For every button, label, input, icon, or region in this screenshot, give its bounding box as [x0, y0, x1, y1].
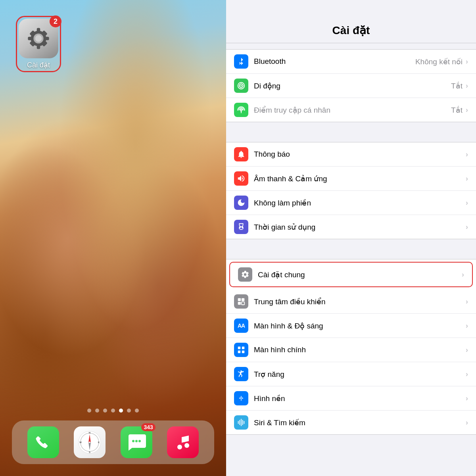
svg-rect-5 — [44, 37, 49, 40]
general-icon — [238, 267, 252, 282]
svg-rect-34 — [238, 347, 240, 349]
svg-rect-29 — [241, 112, 242, 113]
sound-chevron: › — [466, 175, 468, 183]
svg-rect-35 — [242, 347, 244, 349]
homescreen-row[interactable]: Màn hình chính › — [226, 338, 476, 362]
page-indicator — [0, 409, 226, 413]
general-label: Cài đặt chung — [258, 270, 462, 279]
notifications-group: Thông báo › Âm thanh & Cảm ứng › — [226, 142, 476, 239]
accessibility-row[interactable]: Trợ năng › — [226, 362, 476, 386]
wallpaper-label: Hình nền — [254, 394, 466, 403]
settings-gear-icon — [25, 25, 52, 52]
page-dot-4 — [111, 409, 115, 413]
messages-icon — [127, 432, 146, 452]
app-badge: 2 — [50, 15, 61, 27]
settings-panel: Cài đặt Bluetooth Không kết nối › — [226, 0, 476, 476]
screentime-row[interactable]: Thời gian sử dụng › — [226, 215, 476, 239]
bluetooth-label: Bluetooth — [254, 57, 415, 66]
svg-text:S: S — [89, 451, 90, 453]
settings-app-icon-container[interactable]: 2 Cài đặt — [16, 16, 61, 72]
svg-text:N: N — [89, 432, 90, 434]
notifications-icon — [234, 147, 248, 161]
screentime-icon — [234, 220, 248, 234]
svg-point-22 — [138, 440, 141, 442]
settings-title: Cài đặt — [234, 24, 468, 37]
sound-label: Âm thanh & Cảm ứng — [254, 174, 466, 183]
wallpaper-row[interactable]: Hình nền › — [226, 386, 476, 411]
page-dot-1 — [87, 409, 91, 413]
page-dot-6 — [127, 409, 131, 413]
donotdisturb-row[interactable]: Không làm phiền › — [226, 191, 476, 215]
svg-rect-42 — [238, 421, 239, 424]
wallpaper-icon — [234, 391, 248, 405]
bluetooth-chevron: › — [466, 58, 468, 66]
mobile-icon — [234, 79, 248, 93]
notifications-label: Thông báo — [254, 150, 466, 159]
svg-point-27 — [240, 85, 242, 86]
svg-point-21 — [135, 440, 138, 442]
siri-row[interactable]: Siri & Tìm kiếm › — [226, 411, 476, 434]
safari-icon: N S W E — [78, 430, 102, 454]
donotdisturb-label: Không làm phiền — [254, 198, 466, 207]
settings-list: Bluetooth Không kết nối › Di động Tắt › — [226, 43, 476, 476]
siri-label: Siri & Tìm kiếm — [254, 418, 466, 427]
controlcenter-icon — [234, 294, 248, 309]
controlcenter-row[interactable]: Trung tâm điều khiển › — [226, 290, 476, 314]
svg-point-24 — [184, 443, 189, 448]
svg-rect-32 — [238, 302, 241, 305]
bluetooth-icon — [234, 54, 248, 69]
separator-1 — [226, 122, 476, 136]
controlcenter-label: Trung tâm điều khiển — [254, 297, 466, 306]
music-icon — [174, 433, 192, 451]
screentime-label: Thời gian sử dụng — [254, 223, 466, 232]
mobile-value: Tắt — [451, 81, 463, 90]
sound-row[interactable]: Âm thanh & Cảm ứng › — [226, 167, 476, 191]
accessibility-chevron: › — [466, 370, 468, 378]
dock-safari-icon[interactable]: N S W E — [74, 426, 106, 458]
homescreen-label: Màn hình chính — [254, 345, 466, 354]
dock: N S W E 343 — [12, 420, 214, 464]
svg-point-10 — [35, 35, 42, 42]
display-label: Màn hình & Độ sáng — [254, 321, 466, 330]
connectivity-group: Bluetooth Không kết nối › Di động Tắt › — [226, 49, 476, 122]
hotspot-chevron: › — [466, 106, 468, 114]
hotspot-row[interactable]: Điểm truy cập cá nhân Tắt › — [226, 98, 476, 122]
svg-rect-43 — [244, 421, 244, 424]
accessibility-icon — [234, 367, 248, 381]
homescreen-chevron: › — [466, 346, 468, 354]
dock-messages-icon[interactable]: 343 — [121, 426, 152, 458]
page-dot-3 — [103, 409, 107, 413]
svg-point-28 — [240, 110, 242, 112]
svg-rect-39 — [241, 419, 242, 426]
phone-icon — [34, 433, 52, 451]
page-dot-5 — [119, 409, 123, 413]
svg-rect-41 — [242, 420, 243, 425]
hotspot-label: Điểm truy cập cá nhân — [254, 106, 451, 115]
general-row[interactable]: Cài đặt chung › — [229, 262, 473, 287]
bluetooth-row[interactable]: Bluetooth Không kết nối › — [226, 50, 476, 74]
svg-rect-37 — [242, 351, 244, 353]
hotspot-icon — [234, 103, 248, 117]
mobile-row[interactable]: Di động Tắt › — [226, 74, 476, 98]
controlcenter-chevron: › — [466, 298, 468, 306]
page-dot-7 — [135, 409, 139, 413]
svg-rect-3 — [37, 44, 40, 49]
mobile-chevron: › — [466, 82, 468, 90]
svg-rect-2 — [37, 28, 40, 33]
mobile-label: Di động — [254, 81, 451, 90]
svg-point-20 — [132, 440, 134, 442]
dock-phone-icon[interactable] — [27, 426, 59, 458]
svg-rect-36 — [238, 351, 240, 353]
notifications-row[interactable]: Thông báo › — [226, 142, 476, 167]
homescreen-icon — [234, 343, 248, 357]
display-row[interactable]: AA Màn hình & Độ sáng › — [226, 314, 476, 338]
donotdisturb-chevron: › — [466, 199, 468, 207]
svg-rect-40 — [239, 420, 240, 425]
display-chevron: › — [466, 322, 468, 330]
home-screen: 2 Cài đặt — [0, 0, 226, 476]
svg-point-23 — [177, 445, 182, 449]
general-chevron: › — [462, 271, 464, 279]
sound-icon — [234, 171, 248, 186]
settings-app-icon[interactable]: 2 — [19, 19, 58, 58]
dock-music-icon[interactable] — [167, 426, 199, 458]
